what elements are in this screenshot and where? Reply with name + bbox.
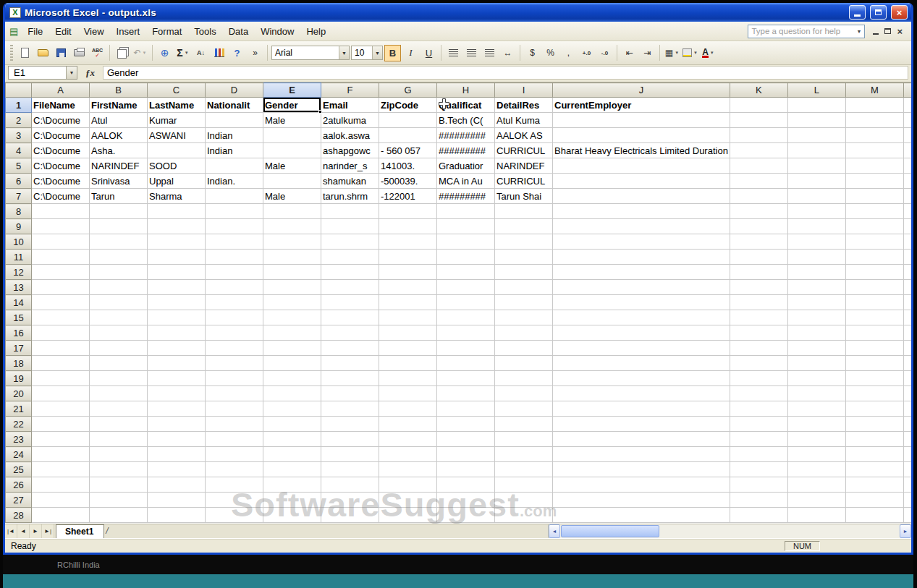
cell-M11[interactable] <box>845 250 903 265</box>
cell-I5[interactable]: NARINDEF <box>495 158 553 174</box>
last-sheet-button[interactable]: ►| <box>42 524 54 538</box>
cell-N20[interactable] <box>903 386 911 401</box>
cell-N22[interactable] <box>903 417 911 432</box>
cell-I28[interactable] <box>495 508 553 523</box>
percent-button[interactable]: % <box>542 45 559 61</box>
cell-D24[interactable] <box>206 447 263 462</box>
cell-F11[interactable] <box>321 250 379 265</box>
cell-A2[interactable]: C:\Docume <box>32 113 90 128</box>
cell-A8[interactable] <box>32 204 90 219</box>
cell-A13[interactable] <box>32 280 90 295</box>
cell-N16[interactable] <box>903 325 911 341</box>
cell-F13[interactable] <box>321 280 379 295</box>
cell-C3[interactable]: ASWANI <box>148 128 206 143</box>
cell-M2[interactable] <box>845 113 903 128</box>
cell-J28[interactable] <box>553 508 730 523</box>
cell-L23[interactable] <box>787 432 845 447</box>
cell-K15[interactable] <box>730 310 787 325</box>
cell-J17[interactable] <box>553 341 730 356</box>
row-header-17[interactable]: 17 <box>6 341 32 356</box>
cell-A19[interactable] <box>32 371 90 386</box>
cell-K21[interactable] <box>730 401 787 417</box>
cell-J21[interactable] <box>553 401 730 417</box>
open-button[interactable] <box>35 45 51 61</box>
cell-F1[interactable]: Email <box>321 98 379 113</box>
fill-handle[interactable] <box>318 110 322 114</box>
row-header-28[interactable]: 28 <box>6 508 32 523</box>
cell-G4[interactable]: - 560 057 <box>379 143 437 158</box>
cell-N2[interactable] <box>903 113 911 128</box>
cell-B4[interactable]: Asha. <box>90 143 148 158</box>
fill-color-button[interactable]: ▼ <box>682 45 698 61</box>
cell-C2[interactable]: Kumar <box>148 113 206 128</box>
cell-F7[interactable]: tarun.shrm <box>321 189 379 204</box>
cell-A26[interactable] <box>32 477 90 493</box>
cell-K12[interactable] <box>730 265 787 280</box>
cell-G19[interactable] <box>379 371 437 386</box>
cell-I13[interactable] <box>495 280 553 295</box>
cell-H8[interactable] <box>437 204 495 219</box>
cell-B24[interactable] <box>90 447 148 462</box>
cell-F5[interactable]: narinder_s <box>321 158 379 174</box>
horizontal-scrollbar[interactable]: ◄ ► <box>548 524 911 538</box>
cell-C10[interactable] <box>148 234 206 250</box>
cell-B6[interactable]: Srinivasa <box>90 174 148 189</box>
cell-D13[interactable] <box>206 280 263 295</box>
cell-B8[interactable] <box>90 204 148 219</box>
chevron-down-icon[interactable]: ▼ <box>66 67 77 79</box>
next-sheet-button[interactable]: ► <box>30 524 42 538</box>
cell-M25[interactable] <box>845 462 903 477</box>
cell-B2[interactable]: Atul <box>90 113 148 128</box>
column-header-A[interactable]: A <box>32 83 90 98</box>
cell-E10[interactable] <box>263 234 321 250</box>
cell-G14[interactable] <box>379 295 437 310</box>
cell-C12[interactable] <box>148 265 206 280</box>
cell-G12[interactable] <box>379 265 437 280</box>
cell-A25[interactable] <box>32 462 90 477</box>
row-header-14[interactable]: 14 <box>6 295 32 310</box>
cell-N9[interactable] <box>903 219 911 234</box>
cell-L2[interactable] <box>787 113 845 128</box>
cell-G18[interactable] <box>379 356 437 371</box>
cell-C26[interactable] <box>148 477 206 493</box>
hyperlink-button[interactable]: ⊕ <box>156 45 173 61</box>
cell-F28[interactable] <box>321 508 379 523</box>
cell-G11[interactable] <box>379 250 437 265</box>
cell-I25[interactable] <box>495 462 553 477</box>
cell-F20[interactable] <box>321 386 379 401</box>
cell-L5[interactable] <box>787 158 845 174</box>
cell-H1[interactable]: Qualificat <box>437 98 495 113</box>
cell-D17[interactable] <box>206 341 263 356</box>
cell-M16[interactable] <box>845 325 903 341</box>
cell-C22[interactable] <box>148 417 206 432</box>
cell-I16[interactable] <box>495 325 553 341</box>
cell-N5[interactable] <box>903 158 911 174</box>
cell-G27[interactable] <box>379 493 437 508</box>
cell-H19[interactable] <box>437 371 495 386</box>
cell-I3[interactable]: AALOK AS <box>495 128 553 143</box>
cell-B11[interactable] <box>90 250 148 265</box>
cell-F27[interactable] <box>321 493 379 508</box>
row-header-4[interactable]: 4 <box>6 143 32 158</box>
cell-F19[interactable] <box>321 371 379 386</box>
cell-K4[interactable] <box>730 143 787 158</box>
cell-L28[interactable] <box>787 508 845 523</box>
cell-H7[interactable]: ######### <box>437 189 495 204</box>
insert-function-icon[interactable]: ƒx <box>80 67 100 79</box>
name-box[interactable]: E1 ▼ <box>8 66 77 80</box>
cell-G26[interactable] <box>379 477 437 493</box>
row-header-12[interactable]: 12 <box>6 265 32 280</box>
first-sheet-button[interactable]: |◄ <box>5 524 17 538</box>
cell-N23[interactable] <box>903 432 911 447</box>
cell-F12[interactable] <box>321 265 379 280</box>
cell-I2[interactable]: Atul Kuma <box>495 113 553 128</box>
cell-K23[interactable] <box>730 432 787 447</box>
cell-N7[interactable] <box>903 189 911 204</box>
cell-D15[interactable] <box>206 310 263 325</box>
cell-H24[interactable] <box>437 447 495 462</box>
cell-J23[interactable] <box>553 432 730 447</box>
row-header-19[interactable]: 19 <box>6 371 32 386</box>
autosum-button[interactable]: Σ ▼ <box>174 45 191 61</box>
italic-button[interactable]: I <box>402 45 419 61</box>
cell-K10[interactable] <box>730 234 787 250</box>
